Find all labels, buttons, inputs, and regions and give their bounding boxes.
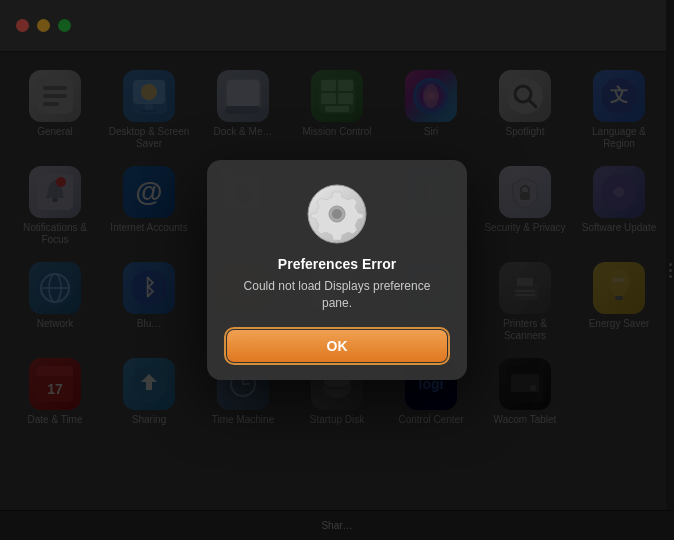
svg-point-80 (332, 209, 342, 219)
modal-message: Could not load Displays preference pane. (227, 278, 447, 312)
preferences-error-dialog: Preferences Error Could not load Display… (207, 160, 467, 380)
system-preferences-window: GeneralDesktop & Screen SaverDock & Me…M… (0, 0, 674, 540)
preferences-icon (307, 184, 367, 244)
modal-overlay: Preferences Error Could not load Display… (0, 0, 674, 540)
ok-button[interactable]: OK (227, 330, 447, 362)
modal-title: Preferences Error (278, 256, 396, 272)
